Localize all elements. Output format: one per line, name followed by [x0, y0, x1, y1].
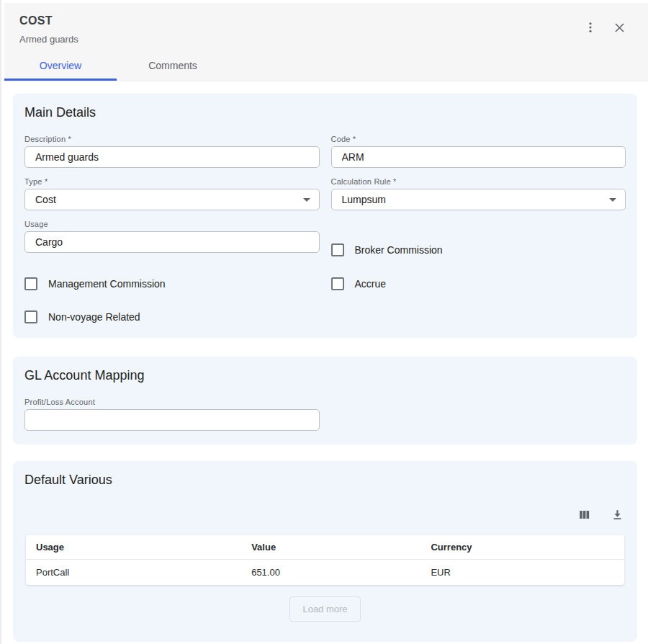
profit-loss-account-input[interactable]: [24, 409, 320, 431]
section-title-main-details: Main Details: [24, 105, 626, 120]
column-header-usage: Usage: [26, 535, 241, 560]
calculation-rule-select-value: Lumpsum: [342, 194, 386, 205]
type-select-value: Cost: [35, 194, 56, 205]
checkbox-row-accrue: Accrue: [331, 277, 626, 290]
tab-overview[interactable]: Overview: [4, 53, 117, 81]
cell-usage: PortCall: [26, 560, 241, 586]
section-default-various: Default Various Usage: [13, 461, 637, 642]
dialog-body: Main Details Description * Code * Type *…: [4, 81, 648, 642]
code-input[interactable]: [331, 146, 626, 168]
accrue-checkbox[interactable]: [331, 277, 344, 290]
non-voyage-related-label: Non-voyage Related: [48, 311, 140, 323]
non-voyage-related-checkbox[interactable]: [24, 310, 37, 323]
management-commission-checkbox[interactable]: [24, 277, 37, 290]
section-gl-account-mapping: GL Account Mapping Profit/Loss Account: [13, 357, 637, 444]
management-commission-label: Management Commission: [48, 278, 166, 290]
dialog-subtitle: Armed guards: [19, 34, 78, 45]
field-code: Code *: [331, 135, 626, 168]
checkbox-row-management-commission: Management Commission: [24, 277, 320, 290]
description-label: Description *: [24, 135, 320, 143]
checkbox-row-non-voyage-related: Non-voyage Related: [24, 310, 320, 323]
field-type: Type * Cost: [24, 177, 320, 210]
usage-input[interactable]: [24, 231, 320, 253]
header-actions: [582, 19, 628, 36]
section-title-default-various: Default Various: [24, 473, 626, 488]
field-usage: Usage: [24, 220, 320, 253]
usage-label: Usage: [24, 220, 320, 228]
description-input[interactable]: [24, 146, 320, 168]
code-label: Code *: [331, 135, 626, 143]
underlying-page-edge: [0, 0, 4, 644]
checkbox-row-broker-commission: Broker Commission: [331, 237, 626, 262]
columns-icon[interactable]: [575, 506, 593, 523]
accrue-label: Accrue: [355, 278, 387, 290]
table-toolbar: [24, 506, 626, 523]
calculation-rule-label: Calculation Rule *: [331, 177, 626, 186]
column-header-value: Value: [241, 535, 420, 560]
table-row[interactable]: PortCall 651.00 EUR: [26, 560, 624, 586]
dialog-header: COST Armed guards Overview Comments: [4, 0, 648, 81]
calculation-rule-select[interactable]: Lumpsum: [331, 189, 626, 210]
kebab-menu-icon[interactable]: [582, 19, 599, 36]
section-title-gl-account-mapping: GL Account Mapping: [24, 368, 626, 383]
table-header-row: Usage Value Currency: [26, 535, 624, 560]
download-icon[interactable]: [608, 506, 626, 523]
field-profit-loss-account: Profit/Loss Account: [24, 398, 320, 431]
default-various-table: Usage Value Currency PortCall 651.00 EUR: [26, 535, 624, 585]
tab-bar: Overview Comments: [4, 53, 229, 81]
chevron-down-icon: [303, 198, 310, 202]
dialog-title: COST: [19, 14, 53, 27]
load-more-row: Load more: [24, 596, 626, 632]
broker-commission-label: Broker Commission: [355, 244, 443, 256]
cell-currency: EUR: [420, 560, 624, 586]
type-label: Type *: [24, 177, 320, 186]
broker-commission-checkbox[interactable]: [331, 243, 344, 256]
column-header-currency: Currency: [420, 535, 624, 560]
section-main-details: Main Details Description * Code * Type *…: [13, 94, 637, 338]
type-select[interactable]: Cost: [24, 189, 320, 210]
field-description: Description *: [24, 135, 320, 168]
tab-comments[interactable]: Comments: [117, 53, 229, 81]
chevron-down-icon: [609, 198, 616, 202]
profit-loss-account-label: Profit/Loss Account: [24, 398, 320, 406]
close-icon[interactable]: [611, 19, 628, 36]
load-more-button[interactable]: Load more: [289, 596, 360, 622]
field-calculation-rule: Calculation Rule * Lumpsum: [331, 177, 626, 210]
cell-value: 651.00: [241, 560, 420, 586]
